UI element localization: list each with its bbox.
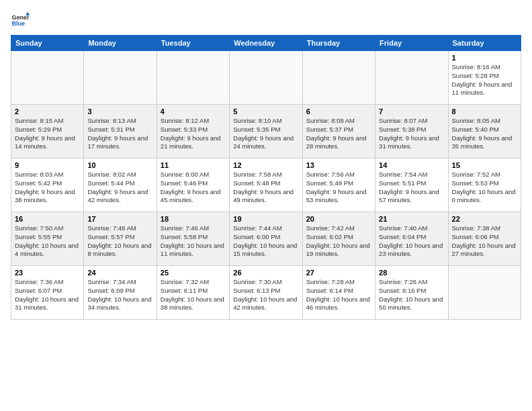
day-number: 19 bbox=[233, 215, 298, 223]
day-number: 13 bbox=[306, 161, 371, 169]
calendar-cell: 19Sunrise: 7:44 AMSunset: 6:00 PMDayligh… bbox=[230, 212, 302, 266]
calendar-cell: 17Sunrise: 7:48 AMSunset: 5:57 PMDayligh… bbox=[84, 212, 157, 266]
day-info: Sunrise: 8:10 AMSunset: 5:35 PMDaylight:… bbox=[233, 117, 298, 151]
day-number: 14 bbox=[379, 161, 444, 169]
day-number: 21 bbox=[379, 215, 444, 223]
day-info: Sunrise: 8:12 AMSunset: 5:33 PMDaylight:… bbox=[161, 117, 226, 151]
day-number: 9 bbox=[15, 161, 80, 169]
day-header-wednesday: Wednesday bbox=[230, 36, 302, 51]
day-number: 22 bbox=[452, 215, 517, 223]
day-number: 4 bbox=[161, 107, 226, 116]
week-row-2: 2Sunrise: 8:15 AMSunset: 5:29 PMDaylight… bbox=[11, 105, 521, 158]
calendar-cell: 3Sunrise: 8:13 AMSunset: 5:31 PMDaylight… bbox=[84, 105, 157, 158]
calendar-cell bbox=[448, 266, 521, 320]
day-header-friday: Friday bbox=[375, 36, 448, 51]
day-info: Sunrise: 7:46 AMSunset: 5:58 PMDaylight:… bbox=[161, 224, 226, 259]
calendar-cell: 13Sunrise: 7:56 AMSunset: 5:49 PMDayligh… bbox=[302, 158, 375, 212]
day-info: Sunrise: 7:38 AMSunset: 6:06 PMDaylight:… bbox=[452, 224, 517, 259]
day-info: Sunrise: 8:07 AMSunset: 5:38 PMDaylight:… bbox=[379, 117, 444, 151]
days-header-row: SundayMondayTuesdayWednesdayThursdayFrid… bbox=[11, 36, 521, 51]
logo: General Blue bbox=[11, 11, 31, 30]
calendar-cell: 24Sunrise: 7:34 AMSunset: 6:09 PMDayligh… bbox=[84, 266, 157, 320]
day-number: 15 bbox=[452, 161, 517, 169]
day-info: Sunrise: 7:34 AMSunset: 6:09 PMDaylight:… bbox=[87, 278, 152, 312]
day-info: Sunrise: 8:03 AMSunset: 5:42 PMDaylight:… bbox=[15, 171, 80, 205]
calendar-cell: 21Sunrise: 7:40 AMSunset: 6:04 PMDayligh… bbox=[375, 212, 448, 266]
day-info: Sunrise: 7:44 AMSunset: 6:00 PMDaylight:… bbox=[233, 224, 298, 259]
calendar-cell bbox=[302, 51, 375, 105]
day-info: Sunrise: 7:54 AMSunset: 5:51 PMDaylight:… bbox=[379, 171, 444, 205]
day-number: 16 bbox=[15, 215, 80, 223]
day-info: Sunrise: 7:28 AMSunset: 6:14 PMDaylight:… bbox=[306, 278, 371, 312]
day-info: Sunrise: 7:32 AMSunset: 6:11 PMDaylight:… bbox=[161, 278, 226, 312]
calendar-cell: 23Sunrise: 7:36 AMSunset: 6:07 PMDayligh… bbox=[11, 266, 84, 320]
day-number: 11 bbox=[161, 161, 226, 169]
calendar-cell: 16Sunrise: 7:50 AMSunset: 5:55 PMDayligh… bbox=[11, 212, 84, 266]
calendar-cell bbox=[84, 51, 157, 105]
day-number: 12 bbox=[233, 161, 298, 169]
calendar-cell: 4Sunrise: 8:12 AMSunset: 5:33 PMDaylight… bbox=[157, 105, 229, 158]
day-number: 7 bbox=[379, 107, 444, 116]
calendar-cell: 14Sunrise: 7:54 AMSunset: 5:51 PMDayligh… bbox=[375, 158, 448, 212]
calendar-cell: 6Sunrise: 8:08 AMSunset: 5:37 PMDaylight… bbox=[302, 105, 375, 158]
calendar-cell: 5Sunrise: 8:10 AMSunset: 5:35 PMDaylight… bbox=[230, 105, 302, 158]
calendar-cell bbox=[157, 51, 229, 105]
week-row-5: 23Sunrise: 7:36 AMSunset: 6:07 PMDayligh… bbox=[11, 266, 521, 320]
calendar-cell bbox=[11, 51, 84, 105]
calendar-cell: 1Sunrise: 8:16 AMSunset: 5:28 PMDaylight… bbox=[448, 51, 521, 105]
day-info: Sunrise: 8:16 AMSunset: 5:28 PMDaylight:… bbox=[452, 63, 517, 97]
day-info: Sunrise: 7:58 AMSunset: 5:48 PMDaylight:… bbox=[233, 171, 298, 205]
day-header-monday: Monday bbox=[84, 36, 157, 51]
day-number: 6 bbox=[306, 107, 371, 116]
day-number: 3 bbox=[87, 107, 152, 116]
day-info: Sunrise: 7:40 AMSunset: 6:04 PMDaylight:… bbox=[379, 224, 444, 259]
calendar-cell: 18Sunrise: 7:46 AMSunset: 5:58 PMDayligh… bbox=[157, 212, 229, 266]
day-number: 10 bbox=[87, 161, 152, 169]
calendar-cell: 15Sunrise: 7:52 AMSunset: 5:53 PMDayligh… bbox=[448, 158, 521, 212]
calendar-cell: 26Sunrise: 7:30 AMSunset: 6:13 PMDayligh… bbox=[230, 266, 302, 320]
day-number: 26 bbox=[233, 269, 298, 277]
day-info: Sunrise: 7:42 AMSunset: 6:02 PMDaylight:… bbox=[306, 224, 371, 259]
day-number: 5 bbox=[233, 107, 298, 116]
day-number: 1 bbox=[452, 54, 517, 62]
day-info: Sunrise: 7:56 AMSunset: 5:49 PMDaylight:… bbox=[306, 171, 371, 205]
day-number: 18 bbox=[161, 215, 226, 223]
calendar-cell: 22Sunrise: 7:38 AMSunset: 6:06 PMDayligh… bbox=[448, 212, 521, 266]
day-header-saturday: Saturday bbox=[448, 36, 521, 51]
day-number: 23 bbox=[15, 269, 80, 277]
day-header-thursday: Thursday bbox=[302, 36, 375, 51]
day-info: Sunrise: 8:13 AMSunset: 5:31 PMDaylight:… bbox=[87, 117, 152, 151]
header: General Blue bbox=[11, 11, 521, 30]
day-info: Sunrise: 8:08 AMSunset: 5:37 PMDaylight:… bbox=[306, 117, 371, 151]
calendar-cell: 28Sunrise: 7:26 AMSunset: 6:16 PMDayligh… bbox=[375, 266, 448, 320]
calendar-cell: 11Sunrise: 8:00 AMSunset: 5:46 PMDayligh… bbox=[157, 158, 229, 212]
calendar-cell: 20Sunrise: 7:42 AMSunset: 6:02 PMDayligh… bbox=[302, 212, 375, 266]
day-info: Sunrise: 7:52 AMSunset: 5:53 PMDaylight:… bbox=[452, 171, 517, 205]
calendar-cell bbox=[375, 51, 448, 105]
day-number: 20 bbox=[306, 215, 371, 223]
day-info: Sunrise: 7:50 AMSunset: 5:55 PMDaylight:… bbox=[15, 224, 80, 259]
week-row-3: 9Sunrise: 8:03 AMSunset: 5:42 PMDaylight… bbox=[11, 158, 521, 212]
day-number: 2 bbox=[15, 107, 80, 116]
day-info: Sunrise: 7:30 AMSunset: 6:13 PMDaylight:… bbox=[233, 278, 298, 312]
week-row-4: 16Sunrise: 7:50 AMSunset: 5:55 PMDayligh… bbox=[11, 212, 521, 266]
day-header-sunday: Sunday bbox=[11, 36, 84, 51]
calendar-cell bbox=[230, 51, 302, 105]
week-row-1: 1Sunrise: 8:16 AMSunset: 5:28 PMDaylight… bbox=[11, 51, 521, 105]
day-info: Sunrise: 7:48 AMSunset: 5:57 PMDaylight:… bbox=[87, 224, 152, 259]
calendar-cell: 12Sunrise: 7:58 AMSunset: 5:48 PMDayligh… bbox=[230, 158, 302, 212]
calendar-cell: 8Sunrise: 8:05 AMSunset: 5:40 PMDaylight… bbox=[448, 105, 521, 158]
calendar-cell: 9Sunrise: 8:03 AMSunset: 5:42 PMDaylight… bbox=[11, 158, 84, 212]
day-number: 27 bbox=[306, 269, 371, 277]
day-info: Sunrise: 8:02 AMSunset: 5:44 PMDaylight:… bbox=[87, 171, 152, 205]
day-info: Sunrise: 8:00 AMSunset: 5:46 PMDaylight:… bbox=[161, 171, 226, 205]
calendar-cell: 25Sunrise: 7:32 AMSunset: 6:11 PMDayligh… bbox=[157, 266, 229, 320]
svg-text:Blue: Blue bbox=[11, 20, 25, 27]
day-number: 17 bbox=[87, 215, 152, 223]
day-info: Sunrise: 7:26 AMSunset: 6:16 PMDaylight:… bbox=[379, 278, 444, 312]
day-number: 25 bbox=[161, 269, 226, 277]
calendar-cell: 27Sunrise: 7:28 AMSunset: 6:14 PMDayligh… bbox=[302, 266, 375, 320]
calendar: SundayMondayTuesdayWednesdayThursdayFrid… bbox=[11, 35, 521, 320]
calendar-cell: 10Sunrise: 8:02 AMSunset: 5:44 PMDayligh… bbox=[84, 158, 157, 212]
day-number: 8 bbox=[452, 107, 517, 116]
